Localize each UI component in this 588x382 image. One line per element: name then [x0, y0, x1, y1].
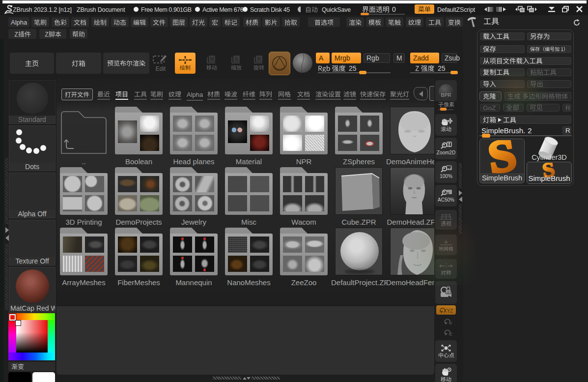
svg-text:Z: Z: [449, 331, 452, 337]
svg-text:XYZ: XYZ: [444, 308, 453, 314]
svg-text:S: S: [235, 56, 238, 62]
svg-text:c: c: [448, 291, 449, 294]
svg-text:Y: Y: [449, 321, 453, 326]
svg-text:M: M: [210, 56, 214, 62]
svg-text:S: S: [485, 140, 520, 176]
svg-text:R: R: [257, 56, 261, 62]
